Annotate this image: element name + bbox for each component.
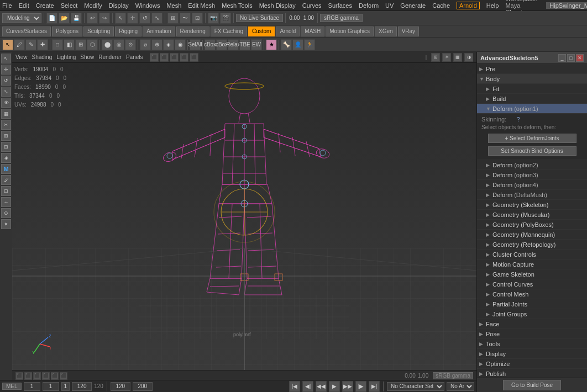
tree-item-pose[interactable]: ▶ Pose <box>477 329 587 339</box>
tab-arnold[interactable]: Arnold <box>276 27 300 36</box>
menu-mesh[interactable]: Mesh <box>166 2 181 9</box>
vp-bottom-btn4[interactable]: ⬛ <box>42 372 50 380</box>
vp-grid-icon[interactable]: ▦ <box>453 53 462 62</box>
poly-tool3[interactable]: ⊞ <box>75 39 86 50</box>
poly-tool1[interactable]: □ <box>52 39 63 50</box>
tab-motion-graphics[interactable]: Motion Graphics <box>326 27 374 36</box>
menu-file[interactable]: File <box>2 2 12 9</box>
tab-animation[interactable]: Animation <box>143 27 175 36</box>
mel-label[interactable]: MEL <box>2 383 22 390</box>
quad-vtool[interactable]: ⊡ <box>1 186 11 196</box>
new-scene-btn[interactable]: 📄 <box>46 13 57 24</box>
frame-start-input[interactable] <box>24 382 40 391</box>
tab-rigging[interactable]: Rigging <box>115 27 141 36</box>
tree-item-cluster-controls[interactable]: ▶ Cluster Controls <box>477 250 587 259</box>
smooth-bind-btn[interactable]: Set Smooth Bind Options <box>488 146 576 156</box>
undo-btn[interactable]: ↩ <box>87 13 98 24</box>
redo-btn[interactable]: ↪ <box>99 13 110 24</box>
panel-restore-btn[interactable]: □ <box>567 54 575 62</box>
menu-uv[interactable]: UV <box>385 2 394 9</box>
snap-curve-btn[interactable]: 〜 <box>180 13 191 24</box>
vp-menu-view[interactable]: View <box>15 54 28 60</box>
tree-item-geo-retopology[interactable]: ▶ Geometry (Retopology) <box>477 240 587 250</box>
rotate-btn[interactable]: ↺ <box>139 13 150 24</box>
face-btn[interactable]: 👤 <box>292 39 303 50</box>
vp-cam-icon[interactable]: ⊞ <box>431 53 440 62</box>
menu-help[interactable]: Help <box>486 2 499 9</box>
hip-label[interactable]: HipSwinger_M <box>546 2 587 9</box>
tbe-btn[interactable]: TBE <box>239 39 250 50</box>
vp-shadow-icon[interactable]: ◑ <box>464 53 473 62</box>
tab-custom[interactable]: Custom <box>248 27 275 36</box>
render-btn[interactable]: 🎬 <box>220 13 231 24</box>
measure-vtool[interactable]: ↔ <box>1 197 11 207</box>
rotate-vtool[interactable]: ↺ <box>1 76 11 86</box>
snap-point-btn[interactable]: ⊡ <box>192 13 203 24</box>
tab-sculpting[interactable]: Sculpting <box>83 27 114 36</box>
paint-tool[interactable]: 🖊 <box>14 39 25 50</box>
no-live-surface[interactable]: No Live Surface <box>236 14 283 22</box>
cbox2[interactable]: cBox <box>216 39 227 50</box>
ew-btn[interactable]: EW <box>251 39 262 50</box>
panel-close-btn[interactable]: ✕ <box>576 54 584 62</box>
tree-item-fit[interactable]: ▶ Fit <box>477 84 587 94</box>
move-tool[interactable]: ✚ <box>37 39 48 50</box>
tree-item-partial-joints[interactable]: ▶ Partial Joints <box>477 299 587 309</box>
loop2[interactable]: ⊕ <box>151 39 163 50</box>
frame-current-input[interactable] <box>43 382 59 391</box>
play-back-btn[interactable]: ◀◀ <box>316 381 327 392</box>
loop4[interactable]: ◉ <box>175 39 186 50</box>
tree-item-deform2[interactable]: ▶ Deform (option2) <box>477 160 587 170</box>
menu-mesh-display[interactable]: Mesh Display <box>259 2 296 9</box>
sel-all[interactable]: SelAll <box>190 39 201 50</box>
tree-item-display[interactable]: ▶ Display <box>477 349 587 359</box>
tree-item-face[interactable]: ▶ Face <box>477 319 587 329</box>
range-end-input[interactable] <box>72 382 92 391</box>
tree-item-control-curves[interactable]: ▶ Control Curves <box>477 279 587 289</box>
vp-menu-renderer[interactable]: Renderer <box>98 54 122 60</box>
tab-fx-caching[interactable]: FX Caching <box>211 27 247 36</box>
cam-btn[interactable]: 📷 <box>208 13 219 24</box>
vp-icon2[interactable]: ⬛ <box>160 53 169 62</box>
tree-item-body[interactable]: ▼ Body <box>477 74 587 84</box>
menu-display[interactable]: Display <box>109 2 129 9</box>
vp-bottom-btn6[interactable]: ⬛ <box>60 372 67 380</box>
bevel-vtool[interactable]: ◈ <box>1 153 11 163</box>
tab-curves-surfaces[interactable]: Curves/Surfaces <box>2 27 51 36</box>
tab-polygons[interactable]: Polygons <box>52 27 82 36</box>
step-back-btn[interactable]: ◀| <box>302 381 313 392</box>
play-start-btn[interactable]: |◀ <box>289 381 300 392</box>
menu-mesh-tools[interactable]: Mesh Tools <box>222 2 252 9</box>
merge-vtool[interactable]: ⊞ <box>1 131 11 141</box>
select-btn[interactable]: ↖ <box>115 13 126 24</box>
relax-btn[interactable]: Relax <box>228 39 239 50</box>
tree-item-motion-capture[interactable]: ▶ Motion Capture <box>477 259 587 269</box>
viewport-canvas[interactable]: Verts: 19004 0 0 Edges: 37934 0 0 <box>12 63 476 370</box>
show-vtool[interactable]: 👁 <box>1 98 11 108</box>
open-btn[interactable]: 📂 <box>59 13 70 24</box>
mode-dropdown[interactable]: Modeling <box>2 13 41 23</box>
vp-bottom-btn5[interactable]: ⬛ <box>51 372 59 380</box>
menu-windows[interactable]: Windows <box>135 2 160 9</box>
menu-edit-mesh[interactable]: Edit Mesh <box>188 2 215 9</box>
tree-item-geo-muscular[interactable]: ▶ Geometry (Muscular) <box>477 210 587 220</box>
menu-modify[interactable]: Modify <box>84 2 102 9</box>
move-vtool[interactable]: ✛ <box>1 65 11 75</box>
vp-light-icon[interactable]: ☀ <box>442 53 451 62</box>
tree-item-geo-mannequin[interactable]: ▶ Geometry (Mannequin) <box>477 230 587 240</box>
tree-item-joint-groups[interactable]: ▶ Joint Groups <box>477 309 587 319</box>
vp-bottom-btn2[interactable]: ⬛ <box>24 372 32 380</box>
tree-item-publish[interactable]: ▶ Publish <box>477 369 587 378</box>
loop1[interactable]: ⌀ <box>140 39 151 50</box>
play-fwd-btn[interactable]: ▶▶ <box>342 381 353 392</box>
paint-vtool[interactable]: 🖊 <box>1 175 11 185</box>
poly-tool4[interactable]: ⬡ <box>87 39 98 50</box>
gamma-select[interactable]: sRGB gamma <box>320 14 363 22</box>
vp-menu-shading[interactable]: Shading <box>32 54 53 60</box>
step-fwd-btn[interactable]: |▶ <box>355 381 366 392</box>
snap1[interactable]: ⬤ <box>102 39 113 50</box>
pivot-vtool[interactable]: ✦ <box>1 219 11 229</box>
no-anim-select[interactable]: No Ar... <box>447 382 474 391</box>
snap2[interactable]: ◎ <box>113 39 124 50</box>
vp-icon4[interactable]: ⬛ <box>180 53 188 62</box>
